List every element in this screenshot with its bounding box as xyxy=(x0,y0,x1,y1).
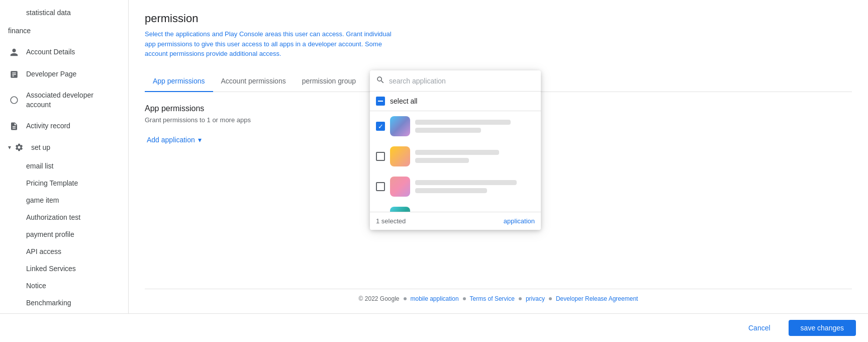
select-all-row[interactable]: select all xyxy=(370,92,541,111)
app-icon-1 xyxy=(390,116,410,136)
page-title: permission xyxy=(145,12,852,25)
application-dropdown: select all ✓ xyxy=(370,70,541,230)
sidebar-item-developer-page[interactable]: Developer Page xyxy=(0,63,124,86)
sidebar-item-payment-profile[interactable]: payment profile xyxy=(0,226,124,243)
dropdown-search-row xyxy=(370,70,541,92)
sidebar-item-associated-developer-account[interactable]: Associated developer account xyxy=(0,86,124,115)
app-sub-line xyxy=(415,158,469,163)
sidebar-item-linked-services[interactable]: Linked Services xyxy=(0,260,124,277)
sidebar-item-statistical-data[interactable]: statistical data xyxy=(0,4,124,21)
app-text-3 xyxy=(415,180,535,193)
list-item[interactable]: ✓ xyxy=(370,111,541,141)
sidebar-item-email-list[interactable]: email list xyxy=(0,157,124,175)
sidebar-item-finance[interactable]: finance xyxy=(0,21,124,41)
footer-terms[interactable]: Terms of Service xyxy=(470,295,515,302)
app-icon-4 xyxy=(390,207,410,212)
person-icon xyxy=(8,46,20,58)
sidebar: statistical data finance Account Details… xyxy=(0,0,129,313)
app-checkbox-1[interactable]: ✓ xyxy=(376,122,385,131)
list-item[interactable] xyxy=(370,141,541,172)
app-name-line xyxy=(415,180,517,185)
app-text-2 xyxy=(415,150,535,163)
bottom-bar: Cancel save changes xyxy=(0,313,868,342)
footer-dot-1 xyxy=(404,297,407,300)
save-changes-button[interactable]: save changes xyxy=(789,320,856,336)
footer-developer-release[interactable]: Developer Release Agreement xyxy=(556,295,638,302)
app-name-line xyxy=(415,120,511,125)
footer-dot-2 xyxy=(463,297,466,300)
footer-dot-3 xyxy=(519,297,522,300)
search-input[interactable] xyxy=(389,77,535,85)
select-all-label[interactable]: select all xyxy=(390,97,417,105)
activity-icon xyxy=(8,120,20,132)
copyright: © 2022 Google xyxy=(359,295,400,302)
checkmark-icon: ✓ xyxy=(378,123,383,130)
select-all-checkbox[interactable] xyxy=(376,97,385,106)
page-footer: © 2022 Google mobile application Terms o… xyxy=(145,289,852,308)
app-sub-line xyxy=(415,188,487,193)
chevron-down-icon: ▾ xyxy=(8,144,11,151)
circle-icon xyxy=(8,94,20,106)
sidebar-item-setup[interactable]: ▾ set up xyxy=(0,137,128,157)
list-item[interactable] xyxy=(370,172,541,202)
app-text-1 xyxy=(415,120,535,133)
tab-permission-group[interactable]: permission group xyxy=(294,71,364,92)
sidebar-item-game-item[interactable]: game item xyxy=(0,192,124,209)
app-list: ✓ xyxy=(370,111,541,212)
cancel-button[interactable]: Cancel xyxy=(736,320,783,336)
dropdown-footer: 1 selected application xyxy=(370,212,541,230)
sidebar-item-account-details[interactable]: Account Details xyxy=(0,41,124,63)
sidebar-item-notice[interactable]: Notice xyxy=(0,277,124,294)
application-link[interactable]: application xyxy=(504,217,535,225)
tab-app-permissions[interactable]: App permissions xyxy=(145,71,213,92)
sidebar-item-activity-record[interactable]: Activity record xyxy=(0,115,124,137)
selected-count: 1 selected xyxy=(376,217,406,225)
search-icon xyxy=(376,75,385,86)
sidebar-item-api-access[interactable]: API access xyxy=(0,243,124,260)
page-description: Select the applications and Play Console… xyxy=(145,29,396,59)
footer-mobile-application[interactable]: mobile application xyxy=(411,295,459,302)
app-sub-line xyxy=(415,128,481,133)
app-icon-2 xyxy=(390,146,410,166)
list-item[interactable] xyxy=(370,202,541,212)
gear-icon xyxy=(13,141,25,153)
footer-dot-4 xyxy=(549,297,552,300)
add-application-button[interactable]: Add application ▾ xyxy=(145,132,204,148)
dropdown-arrow-icon: ▾ xyxy=(198,136,202,144)
app-checkbox-3[interactable] xyxy=(376,182,385,191)
app-checkbox-2[interactable] xyxy=(376,152,385,161)
sidebar-item-benchmarking[interactable]: Benchmarking xyxy=(0,294,124,311)
document-icon xyxy=(8,68,20,80)
sidebar-item-authorization-test[interactable]: Authorization test xyxy=(0,209,124,226)
app-icon-3 xyxy=(390,177,410,197)
tab-account-permissions[interactable]: Account permissions xyxy=(213,71,294,92)
page-footer-area: © 2022 Google mobile application Terms o… xyxy=(145,289,852,308)
footer-privacy[interactable]: privacy xyxy=(526,295,545,302)
main-content: permission Select the applications and P… xyxy=(129,0,868,313)
app-name-line xyxy=(415,150,499,155)
sidebar-item-pricing-template[interactable]: Pricing Template xyxy=(0,175,124,192)
